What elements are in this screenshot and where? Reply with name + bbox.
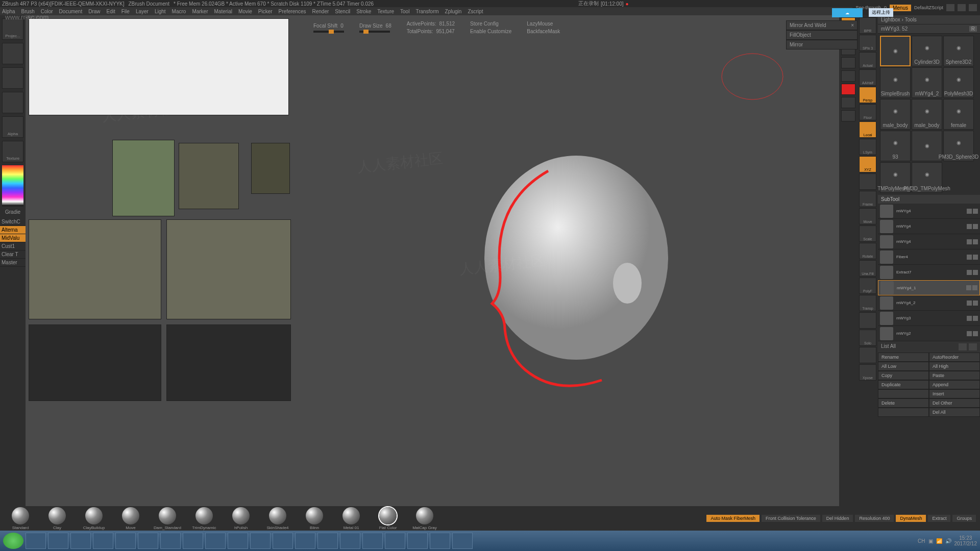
all-low-button[interactable]: All Low: [878, 362, 929, 371]
eye-icon[interactable]: [967, 316, 972, 321]
nav-scale[interactable]: Scale: [859, 226, 876, 242]
eye-icon[interactable]: [967, 270, 972, 275]
taskbar-app7-icon[interactable]: [340, 533, 360, 549]
nav-move[interactable]: Move: [859, 208, 876, 224]
menu-movie[interactable]: Movie: [238, 9, 252, 14]
brush-flat-color[interactable]: Flat Color: [372, 507, 404, 530]
brush-icon[interactable]: [973, 270, 978, 275]
ref-portrait-2[interactable]: [179, 143, 239, 209]
brush-dam_standard[interactable]: Dam_Standard: [151, 507, 184, 530]
del-all-button[interactable]: Del All: [929, 408, 980, 417]
rgb-mode-icon[interactable]: [841, 70, 855, 82]
mirror-weld-button[interactable]: Mirror And Weld×: [786, 20, 857, 30]
menu-file[interactable]: File: [121, 9, 130, 14]
left-slot-3[interactable]: [2, 92, 23, 113]
tool-item-9[interactable]: ◉93: [880, 131, 911, 161]
menu-transform[interactable]: Transform: [415, 9, 438, 14]
draw-size-slider[interactable]: [359, 31, 390, 33]
menu-stroke[interactable]: Stroke: [356, 9, 371, 14]
zadd-icon[interactable]: [841, 97, 855, 108]
tool-item-4[interactable]: ◉mWYg4_2: [912, 67, 942, 98]
nav-floor[interactable]: Floor: [859, 104, 876, 120]
eye-icon[interactable]: [967, 331, 972, 336]
nav-solo[interactable]: Solo: [859, 330, 876, 346]
menu-zscript[interactable]: Zscript: [468, 9, 483, 14]
quicksave-icon[interactable]: [946, 4, 954, 11]
subtool-row[interactable]: Fiber4: [878, 249, 980, 265]
nav-polyf[interactable]: PolyF: [859, 278, 876, 294]
subtool-row[interactable]: mWYg2: [878, 326, 980, 341]
taskbar-ie-icon[interactable]: [70, 533, 91, 549]
tool-item-6[interactable]: ◉male_body: [880, 99, 911, 130]
nav-frame[interactable]: Frame: [859, 191, 876, 207]
brush-icon[interactable]: [973, 316, 978, 321]
eye-icon[interactable]: [967, 209, 972, 214]
nav-lsym[interactable]: LSym: [859, 139, 876, 155]
collapse-icon[interactable]: [969, 4, 977, 11]
rename-button[interactable]: Rename: [878, 353, 929, 362]
brush-trimdynamic[interactable]: TrimDynamic: [188, 507, 220, 530]
subtool-row[interactable]: mWYg4: [878, 219, 980, 234]
nav-local[interactable]: Local: [859, 121, 876, 138]
taskbar-firefox-icon[interactable]: [295, 533, 315, 549]
menu-layer[interactable]: Layer: [136, 9, 149, 14]
eye-icon[interactable]: [967, 239, 972, 244]
taskbar-app8-icon[interactable]: [362, 533, 383, 549]
brush-clay[interactable]: Clay: [41, 507, 74, 530]
nav-blank[interactable]: [859, 347, 876, 363]
nav-xyz[interactable]: XYZ: [859, 156, 876, 172]
brush-icon[interactable]: [973, 300, 978, 306]
alternate-button[interactable]: Alterna: [0, 226, 26, 234]
ref-portrait-1[interactable]: [112, 140, 175, 216]
tool-item-10[interactable]: ◉: [912, 131, 942, 161]
menu-document[interactable]: Document: [59, 9, 83, 14]
move-down-icon[interactable]: [969, 343, 977, 350]
menu-texture[interactable]: Texture: [377, 9, 394, 14]
brush-icon[interactable]: [973, 224, 978, 229]
left-slot-4[interactable]: Alpha: [2, 116, 23, 138]
taskbar-chrome-icon[interactable]: [205, 533, 226, 549]
insert-button[interactable]: Insert: [929, 389, 980, 398]
taskbar-app4-icon[interactable]: [250, 533, 271, 549]
zsub-icon[interactable]: [841, 110, 855, 121]
subtool-row[interactable]: mWYg4: [878, 234, 980, 249]
brush-metal-01[interactable]: Metal 01: [335, 507, 368, 530]
brush-skinshade4[interactable]: SkinShade4: [261, 507, 294, 530]
tool-item-13[interactable]: ◉PM3D_TMPolyMesh: [912, 162, 942, 193]
nav-aahalf[interactable]: AAHalf: [859, 69, 876, 86]
tray-net-icon[interactable]: 📶: [936, 538, 942, 544]
move-up-icon[interactable]: [959, 343, 967, 350]
lazymouse-toggle[interactable]: LazyMouse: [527, 21, 560, 27]
menu-zplugin[interactable]: Zplugin: [445, 9, 462, 14]
eye-icon[interactable]: [966, 285, 971, 290]
r-button[interactable]: R: [969, 26, 977, 32]
brush-hpolish[interactable]: hPolish: [225, 507, 257, 530]
brush-icon[interactable]: [973, 331, 978, 336]
menu-picker[interactable]: Picker: [258, 9, 273, 14]
brush-matcap-gray[interactable]: MatCap Gray: [408, 507, 441, 530]
menu-draw[interactable]: Draw: [88, 9, 100, 14]
geometry-float-panel[interactable]: Mirror And Weld× FillObject Mirror: [786, 20, 857, 49]
subtool-row[interactable]: mWYg3: [878, 311, 980, 326]
mirror-button[interactable]: Mirror: [786, 40, 857, 49]
subtool-header[interactable]: SubTool: [878, 195, 980, 204]
brush-icon[interactable]: [973, 255, 978, 260]
delete-button[interactable]: Delete: [878, 398, 929, 408]
taskbar-explorer-icon[interactable]: [26, 533, 46, 549]
mrgb-mode-icon[interactable]: [841, 84, 855, 95]
subtool-row[interactable]: mWYg4_2: [878, 295, 980, 311]
nav-xpose[interactable]: Xpose: [859, 364, 876, 381]
duplicate-button[interactable]: Duplicate: [878, 380, 929, 389]
store-config-button[interactable]: Store Config: [470, 21, 511, 27]
del-other-button[interactable]: Del Other: [929, 398, 980, 408]
cloud-upload-badge[interactable]: ☁: [832, 8, 863, 17]
res-button[interactable]: Resolution 400: [855, 515, 894, 522]
help-icon[interactable]: [958, 4, 966, 11]
nav-blank[interactable]: [859, 173, 876, 190]
copy-button[interactable]: Copy: [878, 371, 929, 380]
ref-book-scan[interactable]: [29, 18, 289, 115]
eye-icon[interactable]: [967, 224, 972, 229]
brush-claybuildup[interactable]: ClayBuildup: [78, 507, 110, 530]
taskbar-media-icon[interactable]: [115, 533, 136, 549]
backfacemask-toggle[interactable]: BackfaceMask: [527, 29, 560, 34]
